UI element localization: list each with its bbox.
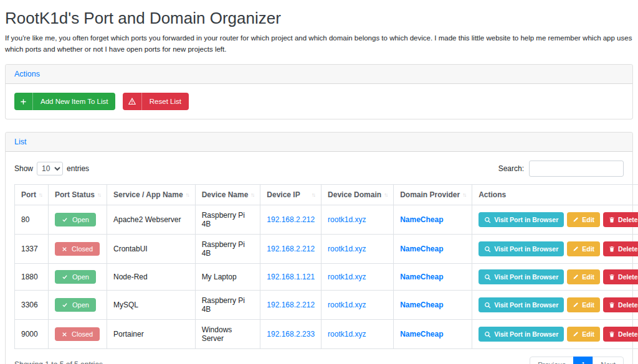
sort-icon: ↑↓ [312, 192, 315, 198]
visit-port-button[interactable]: Visit Port in Browser [478, 327, 564, 342]
edit-button[interactable]: Edit [567, 297, 600, 312]
device-ip-link[interactable]: 192.168.2.233 [267, 330, 315, 338]
device-ip-link[interactable]: 192.168.2.212 [267, 301, 315, 309]
reset-list-button[interactable]: Reset List [123, 93, 189, 110]
pencil-icon [573, 217, 579, 223]
port-status-cell: Closed [49, 235, 107, 264]
column-header-actions[interactable]: Actions↑↓ [472, 185, 638, 205]
delete-button[interactable]: Delete [603, 241, 638, 256]
device-name-cell: My Laptop [195, 264, 260, 291]
domain-provider-link[interactable]: NameCheap [400, 215, 443, 224]
visit-port-button[interactable]: Visit Port in Browser [478, 212, 564, 227]
device-domain-link[interactable]: rootk1d.xyz [328, 215, 366, 224]
search-icon [484, 246, 491, 253]
reset-list-label: Reset List [142, 93, 189, 110]
visit-port-button[interactable]: Visit Port in Browser [478, 241, 564, 256]
sort-icon: ↑↓ [462, 192, 465, 198]
table-controls: Show 10 entries Search: [14, 161, 624, 177]
column-header-service[interactable]: Service / App Name↑↓ [107, 185, 196, 205]
port-domain-table: Port↑↓ Port Status↑↓ Service / App Name↑… [14, 184, 638, 349]
list-card-header: List [6, 133, 632, 152]
pencil-icon [573, 274, 579, 280]
column-header-port[interactable]: Port↑↓ [15, 185, 49, 205]
device-domain-cell: rootk1d.xyz [321, 205, 394, 235]
column-header-domain-provider[interactable]: Domain Provider↑↓ [394, 185, 472, 205]
device-domain-link[interactable]: rootk1d.xyz [328, 301, 366, 309]
check-icon [62, 217, 68, 223]
table-info: Showing 1 to 5 of 5 entries [14, 360, 103, 364]
search-input[interactable] [529, 161, 624, 177]
delete-button[interactable]: Delete [603, 297, 638, 312]
list-card-header-link[interactable]: List [14, 138, 26, 146]
pagination-previous[interactable]: Previous [530, 357, 574, 364]
delete-button[interactable]: Delete [603, 269, 638, 284]
device-domain-link[interactable]: rootk1d.xyz [328, 273, 366, 281]
delete-button[interactable]: Delete [603, 212, 638, 227]
status-badge[interactable]: Closed [55, 327, 100, 341]
entries-select[interactable]: 10 [37, 162, 63, 175]
pagination-page-1[interactable]: 1 [573, 357, 593, 364]
list-card: List Show 10 entries Search: [5, 132, 633, 364]
device-domain-link[interactable]: rootk1d.xyz [328, 330, 366, 338]
search-icon [484, 217, 491, 223]
device-ip-cell: 192.168.1.121 [260, 264, 321, 291]
device-domain-link[interactable]: rootk1d.xyz [328, 245, 366, 253]
sort-icon: ↑↓ [250, 192, 254, 198]
page-description: If you're like me, you often forget whic… [5, 33, 633, 55]
table-row: 9000 Closed Portainer Windows Server 192… [15, 320, 638, 349]
add-new-item-button[interactable]: Add New Item To List [14, 93, 115, 110]
add-new-item-label: Add New Item To List [33, 93, 115, 110]
delete-button[interactable]: Delete [603, 327, 638, 342]
page: RootK1d's Port and Domain Organizer If y… [0, 0, 638, 364]
sort-icon: ↑↓ [97, 192, 100, 198]
page-length-control: Show 10 entries [14, 162, 89, 175]
pagination-next[interactable]: Next [593, 357, 624, 364]
list-card-body: Show 10 entries Search: Port↑↓ Port Stat… [6, 152, 632, 364]
table-header: Port↑↓ Port Status↑↓ Service / App Name↑… [15, 185, 638, 205]
edit-button[interactable]: Edit [567, 212, 600, 227]
x-icon [62, 332, 67, 337]
domain-provider-cell: NameCheap [394, 291, 472, 320]
column-header-port-status[interactable]: Port Status↑↓ [49, 185, 107, 205]
table-footer: Showing 1 to 5 of 5 entries Previous 1 N… [14, 357, 624, 364]
pencil-icon [573, 302, 579, 308]
domain-provider-link[interactable]: NameCheap [400, 245, 443, 253]
trash-icon [609, 217, 615, 223]
actions-cell: Visit Port in Browser Edit Delete Copy [472, 235, 638, 264]
device-domain-cell: rootk1d.xyz [321, 291, 394, 320]
table-body: 80 Open Apache2 Webserver Raspberry Pi 4… [15, 205, 638, 349]
device-ip-link[interactable]: 192.168.1.121 [267, 273, 315, 281]
domain-provider-link[interactable]: NameCheap [400, 301, 443, 309]
status-badge[interactable]: Open [55, 213, 96, 226]
visit-port-button[interactable]: Visit Port in Browser [478, 297, 564, 312]
domain-provider-cell: NameCheap [394, 205, 472, 235]
device-name-cell: Raspberry Pi 4B [195, 205, 260, 235]
service-cell: Apache2 Webserver [107, 205, 196, 235]
column-header-device-ip[interactable]: Device IP↑↓ [260, 185, 321, 205]
entries-label: entries [67, 164, 89, 173]
actions-cell: Visit Port in Browser Edit Delete Copy [472, 205, 638, 235]
column-header-device-domain[interactable]: Device Domain↑↓ [321, 185, 394, 205]
edit-button[interactable]: Edit [567, 241, 600, 256]
device-ip-link[interactable]: 192.168.2.212 [267, 215, 315, 224]
domain-provider-link[interactable]: NameCheap [400, 330, 443, 338]
status-label: Open [72, 301, 89, 309]
trash-icon [609, 331, 615, 337]
visit-port-button[interactable]: Visit Port in Browser [478, 269, 564, 284]
status-badge[interactable]: Closed [55, 242, 100, 256]
port-status-cell: Open [49, 291, 107, 320]
page-title: RootK1d's Port and Domain Organizer [5, 9, 633, 28]
domain-provider-cell: NameCheap [394, 235, 472, 264]
status-badge[interactable]: Open [55, 298, 96, 312]
edit-button[interactable]: Edit [567, 269, 600, 284]
domain-provider-link[interactable]: NameCheap [400, 273, 443, 281]
port-cell: 3306 [15, 291, 49, 320]
actions-card-header-link[interactable]: Actions [14, 70, 40, 78]
port-cell: 1880 [15, 264, 49, 291]
status-badge[interactable]: Open [55, 270, 96, 284]
device-ip-link[interactable]: 192.168.2.212 [267, 245, 315, 253]
device-domain-cell: rootk1d.xyz [321, 320, 394, 349]
column-header-device-name[interactable]: Device Name↑↓ [195, 185, 260, 205]
edit-button[interactable]: Edit [567, 327, 600, 342]
sort-icon: ↑↓ [39, 192, 42, 198]
